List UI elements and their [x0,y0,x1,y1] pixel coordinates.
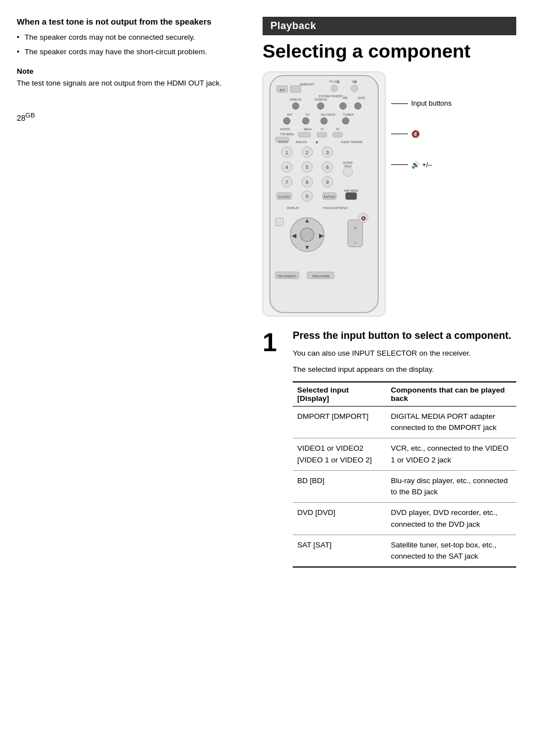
svg-text:8: 8 [306,179,308,185]
svg-rect-32 [317,133,327,137]
table-cell-component-1: VCR, etc., connected to the VIDEO 1 or V… [386,438,516,471]
table-cell-component-0: DIGITAL MEDIA PORT adapter connected to … [386,406,516,438]
svg-text:VIDEO1: VIDEO1 [289,98,302,101]
table-cell-input-1: VIDEO1 or VIDEO2 [VIDEO 1 or VIDEO 2] [293,438,386,471]
svg-text:F2: F2 [336,129,340,131]
svg-text:SOUND: SOUND [343,162,353,164]
svg-text:BD: BD [343,97,348,100]
svg-text:SAT: SAT [287,113,293,116]
svg-text:7: 7 [285,179,288,185]
note-text: The test tone signals are not output fro… [17,78,240,89]
svg-text:DISPLAY: DISPLAY [287,206,299,210]
svg-text:2: 2 [306,150,308,155]
volume-label: 🔊 +/– [391,160,451,169]
svg-rect-30 [298,133,311,137]
svg-text:−: − [354,240,357,246]
svg-text:⊕⊖: ⊕⊖ [279,88,285,92]
svg-text:AV/DVD: AV/DVD [280,129,290,131]
svg-text:🔇: 🔇 [361,216,367,221]
svg-text:TUNER: TUNER [343,113,354,116]
remote-svg: ⊕⊖ DMPORT TV I/⏻ I/⏻ VIDEO1 VIDEO2 BD [263,72,386,318]
table-cell-component-2: Blu-ray disc player, etc., connected to … [386,470,516,503]
svg-text:TV I/⏻: TV I/⏻ [329,81,340,84]
svg-text:◀: ◀ [292,232,297,239]
svg-text:▼: ▼ [304,244,310,251]
svg-point-53 [343,167,353,177]
svg-text:TV: TV [306,113,310,116]
table-cell-input-3: DVD [DVD] [293,503,386,535]
svg-point-71 [301,228,314,242]
step-title: Press the input button to select a compo… [293,329,516,342]
svg-point-10 [292,103,299,110]
svg-point-23 [321,118,327,125]
page-heading: Selecting a component [263,41,516,62]
left-section-title: When a test tone is not output from the … [17,17,240,26]
note-title: Note [17,67,240,75]
svg-text:0: 0 [306,194,308,200]
mute-label: 🔇 [391,130,451,138]
svg-rect-76 [275,218,284,226]
svg-point-14 [340,103,346,110]
svg-text:TOP MENU: TOP MENU [280,133,294,136]
svg-point-8 [351,85,358,92]
svg-rect-67 [346,193,356,200]
playback-banner: Playback [263,17,516,35]
table-cell-input-4: SAT [SAT] [293,535,386,567]
table-row: SAT [SAT]Satellite tuner, set-top box, e… [293,535,516,567]
svg-text:1: 1 [285,150,288,155]
svg-text:AUDIO THEATRE: AUDIO THEATRE [341,141,363,144]
page-number-value: 28 [17,113,26,122]
svg-point-12 [317,103,324,110]
svg-text:MENU: MENU [304,129,312,131]
svg-point-16 [355,103,361,110]
input-buttons-label: Input buttons [391,100,451,107]
svg-text:+: + [354,225,357,231]
svg-text:*MENU/HOME: *MENU/HOME [312,275,330,278]
table-header-input: Selected input [Display] [293,382,386,407]
bullet-item-1: The speaker cords may not be connected s… [17,32,240,43]
label-line-3 [391,164,408,165]
bullet-list: The speaker cords may not be connected s… [17,32,240,58]
page-suffix: GB [26,111,35,119]
step-body-2: The selected input appears on the displa… [293,363,516,376]
svg-text:SA-CD/CD: SA-CD/CD [321,113,335,116]
table-row: DVD [DVD]DVD player, DVD recorder, etc.,… [293,503,516,535]
label-line-1 [391,103,408,104]
svg-text:3: 3 [326,150,329,155]
svg-text:▶: ▶ [319,232,324,239]
svg-text:VIDEO2: VIDEO2 [315,98,327,101]
svg-point-21 [302,118,309,125]
svg-text:4: 4 [285,165,288,171]
remote-illustration: ⊕⊖ DMPORT TV I/⏻ I/⏻ VIDEO1 VIDEO2 BD [263,72,516,318]
remote-labels: Input buttons 🔇 🔊 +/– [391,72,451,191]
svg-point-6 [331,85,337,92]
volume-text: 🔊 +/– [411,160,432,169]
svg-text:*RETURN/EXIT: *RETURN/EXIT [277,275,296,278]
table-row: BD [BD]Blu-ray disc player, etc., connec… [293,470,516,503]
table-header-component: Components that can be played back [386,382,516,407]
table-row: DMPORT [DMPORT]DIGITAL MEDIA PORT adapte… [293,406,516,438]
svg-text:CLEAR: CLEAR [278,196,290,199]
svg-text:DMPORT: DMPORT [300,83,315,87]
svg-rect-34 [333,133,342,137]
svg-text:SYSTEM STANDBY: SYSTEM STANDBY [318,95,343,98]
svg-point-25 [342,118,349,125]
svg-text:▲: ▲ [304,217,310,224]
svg-text:9: 9 [326,179,329,185]
step-body-1: You can also use INPUT SELECTOR on the r… [293,347,516,360]
table-cell-input-0: DMPORT [DMPORT] [293,406,386,438]
svg-text:AMP MENU: AMP MENU [344,190,358,193]
bullet-item-2: The speaker cords may have the short-cir… [17,46,240,58]
table-cell-component-4: Satellite tuner, set-top box, etc., conn… [386,535,516,567]
label-line-2 [391,134,408,134]
table-cell-component-3: DVD player, DVD recorder, etc., connecte… [386,503,516,535]
input-buttons-text: Input buttons [411,100,451,107]
table-row: VIDEO1 or VIDEO2 [VIDEO 1 or VIDEO 2]VCR… [293,438,516,471]
svg-text:5: 5 [306,165,308,171]
svg-rect-2 [290,86,301,93]
page-number-left: 28GB [17,111,240,122]
svg-text:I/⏻: I/⏻ [352,81,357,84]
svg-text:DVD: DVD [358,97,365,100]
mute-text: 🔇 [411,130,420,138]
svg-text:⇄: ⇄ [316,141,318,144]
